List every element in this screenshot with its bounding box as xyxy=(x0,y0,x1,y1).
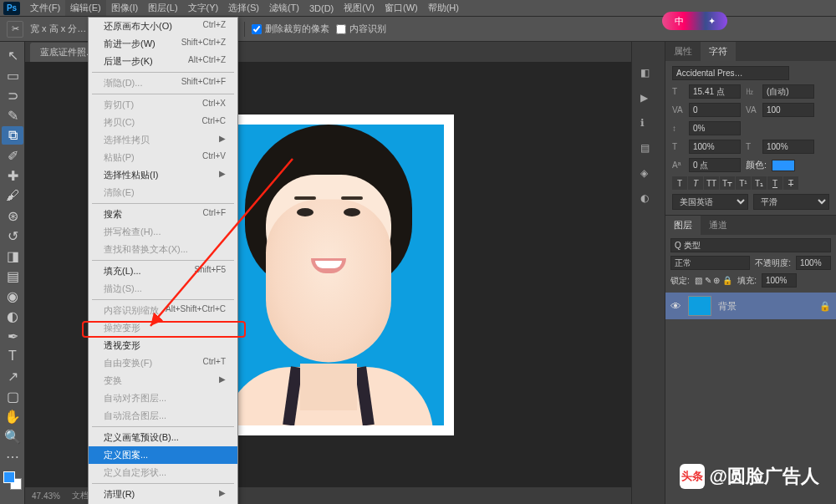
text-color-chip[interactable] xyxy=(772,160,795,171)
fontsize-input[interactable] xyxy=(689,84,741,99)
layer-thumbnail[interactable] xyxy=(688,296,711,316)
actions-panel-icon[interactable]: ▶ xyxy=(640,92,657,105)
eraser-tool[interactable]: ◨ xyxy=(2,247,23,265)
delete-cropped-checkbox[interactable]: 删除裁剪的像素 xyxy=(252,23,329,35)
tracking-input[interactable] xyxy=(762,103,814,117)
blur-tool[interactable]: ◉ xyxy=(2,287,23,305)
layers-tab[interactable]: 图层 xyxy=(665,216,701,235)
edit-menu-item[interactable]: 定义图案... xyxy=(89,446,237,464)
properties-tab[interactable]: 属性 xyxy=(665,42,701,61)
kerning-icon: VA xyxy=(672,105,684,115)
doc-info[interactable]: 文档 xyxy=(72,490,89,501)
color-swatches[interactable] xyxy=(3,471,22,490)
lasso-tool[interactable]: ⊃ xyxy=(2,86,23,104)
stamp-tool[interactable]: ⊛ xyxy=(2,206,23,225)
path-tool[interactable]: ↗ xyxy=(2,367,23,385)
marquee-tool[interactable]: ▭ xyxy=(2,66,23,84)
crop-tool[interactable]: ⧉ xyxy=(2,126,23,145)
layer-filter[interactable] xyxy=(670,238,831,252)
strike-button[interactable]: T xyxy=(783,176,798,190)
menu-window[interactable]: 窗口(W) xyxy=(380,0,423,16)
menu-separator xyxy=(92,483,234,484)
lock-icons[interactable]: ▧ ✎ ⊕ 🔒 xyxy=(695,276,732,285)
vscale-input[interactable] xyxy=(689,121,741,135)
caps-button[interactable]: TT xyxy=(704,176,719,190)
styles-panel-icon[interactable]: ◈ xyxy=(640,167,657,181)
ime-icon: ✦ xyxy=(708,16,716,27)
layer-item[interactable]: 👁 背景 🔒 xyxy=(665,293,836,319)
character-tab[interactable]: 字符 xyxy=(701,42,736,61)
healing-tool[interactable]: ✚ xyxy=(2,166,23,185)
edit-menu-item[interactable]: 清理(R)▶ xyxy=(89,486,237,503)
edit-menu-item[interactable]: 填充(L)...Shift+F5 xyxy=(89,262,237,280)
watermark: 头条 @圆脸广告人 xyxy=(680,464,819,489)
info-panel-icon[interactable]: ℹ xyxy=(640,117,657,130)
crop-ratio-label[interactable]: 宽 x 高 x 分… xyxy=(30,23,86,35)
quickselect-tool[interactable]: ✎ xyxy=(2,106,23,125)
visibility-icon[interactable]: 👁 xyxy=(670,300,681,313)
sub-button[interactable]: T₁ xyxy=(752,176,767,190)
menu-view[interactable]: 视图(V) xyxy=(339,0,380,16)
zoom-tool[interactable]: 🔍 xyxy=(2,427,23,445)
language-select[interactable]: 美国英语 xyxy=(672,194,748,210)
kerning-input[interactable] xyxy=(689,103,741,117)
foreground-color[interactable] xyxy=(3,471,15,483)
edit-menu-item[interactable]: 选择性粘贴(I)▶ xyxy=(89,166,237,184)
fill-input[interactable] xyxy=(762,273,797,288)
edit-menu-item[interactable]: 后退一步(K)Alt+Ctrl+Z xyxy=(89,53,237,70)
lock-icon[interactable]: 🔒 xyxy=(819,301,831,312)
delete-cropped-input[interactable] xyxy=(252,24,262,34)
eyedropper-tool[interactable]: ✐ xyxy=(2,146,23,165)
menu-edit[interactable]: 编辑(E) xyxy=(65,0,106,16)
menu-separator xyxy=(92,299,234,300)
type-tool[interactable]: T xyxy=(2,347,23,365)
content-aware-checkbox[interactable]: 内容识别 xyxy=(336,23,386,35)
menu-3d[interactable]: 3D(D) xyxy=(304,2,339,15)
dodge-tool[interactable]: ◐ xyxy=(2,307,23,325)
menu-filter[interactable]: 滤镜(T) xyxy=(264,0,304,16)
shape-tool[interactable]: ▢ xyxy=(2,387,23,405)
adjustments-panel-icon[interactable]: ◐ xyxy=(640,192,657,206)
hscale-input[interactable] xyxy=(689,140,741,154)
italic-button[interactable]: T xyxy=(688,176,703,190)
leading-input[interactable] xyxy=(762,84,814,99)
underline-button[interactable]: T xyxy=(767,176,782,190)
edit-menu-item[interactable]: 定义画笔预设(B)... xyxy=(89,429,237,446)
channels-tab[interactable]: 通道 xyxy=(701,216,736,235)
crop-tool-icon[interactable]: ✂ xyxy=(7,21,23,38)
bold-button[interactable]: T xyxy=(672,176,687,190)
pen-tool[interactable]: ✒ xyxy=(2,327,23,345)
font-family-input[interactable] xyxy=(672,66,789,80)
history-panel-icon[interactable]: ◧ xyxy=(640,67,657,80)
content-aware-input[interactable] xyxy=(336,24,346,34)
opacity-input[interactable] xyxy=(796,256,831,270)
edit-menu-item[interactable]: 前进一步(W)Shift+Ctrl+Z xyxy=(89,35,237,53)
gradient-tool[interactable]: ▤ xyxy=(2,267,23,285)
history-brush-tool[interactable]: ↺ xyxy=(2,227,23,245)
edit-menu-item[interactable]: 还原画布大小(O)Ctrl+Z xyxy=(89,18,237,35)
menu-file[interactable]: 文件(F) xyxy=(25,0,65,16)
move-tool[interactable]: ↖ xyxy=(2,46,23,64)
menu-image[interactable]: 图像(I) xyxy=(106,0,143,16)
super-button[interactable]: T¹ xyxy=(736,176,751,190)
menu-select[interactable]: 选择(S) xyxy=(223,0,264,16)
baseline-input[interactable] xyxy=(689,158,741,172)
edit-toolbar[interactable]: ⋯ xyxy=(2,447,23,466)
hand-tool[interactable]: ✋ xyxy=(2,407,23,425)
layer-name[interactable]: 背景 xyxy=(718,300,737,313)
menu-type[interactable]: 文字(Y) xyxy=(183,0,224,16)
smallcaps-button[interactable]: Tᴛ xyxy=(720,176,735,190)
menu-item-label: 变换 xyxy=(104,374,122,387)
menu-layer[interactable]: 图层(L) xyxy=(143,0,182,16)
edit-menu-item[interactable]: 透视变形 xyxy=(89,337,237,354)
ime-indicator[interactable]: 中 ✦ xyxy=(662,12,727,30)
brush-tool[interactable]: 🖌 xyxy=(2,186,23,205)
wscale-input[interactable] xyxy=(762,140,814,154)
menu-help[interactable]: 帮助(H) xyxy=(423,0,464,16)
zoom-level[interactable]: 47.43% xyxy=(32,491,60,501)
color-label: 颜色: xyxy=(746,159,767,171)
blend-mode[interactable] xyxy=(670,256,750,270)
edit-menu-item[interactable]: 搜索Ctrl+F xyxy=(89,206,237,223)
swatches-panel-icon[interactable]: ▤ xyxy=(640,142,657,155)
aa-select[interactable]: 平滑 xyxy=(753,194,829,210)
